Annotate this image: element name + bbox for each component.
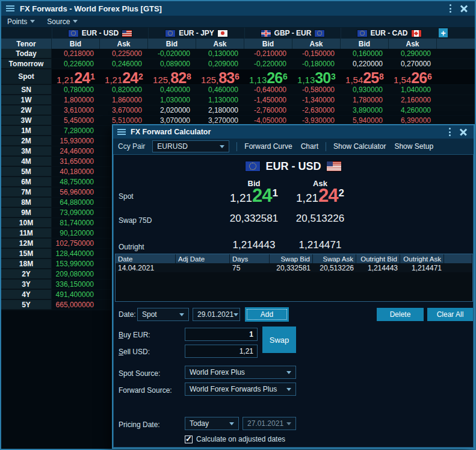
outright-ask-value: 1,214471 xyxy=(275,239,365,251)
window-title: FX Forwards - World Forex Plus [GTS] xyxy=(20,4,162,13)
spot-pips: 25 xyxy=(363,69,379,87)
pricing-tenor-value: Today xyxy=(190,419,209,428)
tenor-row-2w: 2W3,6100003,6700002,0200002,180000-2,760… xyxy=(1,105,475,116)
dialog-close-icon[interactable] xyxy=(460,128,467,136)
spot-frac: 3 xyxy=(331,72,336,81)
tenor-cell: 12M xyxy=(1,239,52,248)
spot-ask-prefix: 1,21 xyxy=(296,192,318,205)
price-cell: 73,090000 xyxy=(52,208,100,217)
tenor-row-tomorrow: Tomorrow0,2260000,2460000,0890000,209000… xyxy=(1,59,475,69)
flag-eu-icon xyxy=(246,161,260,171)
buy-amount-input[interactable] xyxy=(185,328,258,341)
dialog-menu-icon[interactable] xyxy=(117,129,126,135)
flag-gb-icon xyxy=(261,30,271,37)
bid-column-header: Bid xyxy=(148,39,196,49)
price-cell: 0,460000 xyxy=(196,85,244,95)
fx-forward-calculator-dialog: FX Forward Calculator Ccy Pair EURUSD Fo… xyxy=(112,124,475,449)
price-cell: 491,400000 xyxy=(52,290,100,299)
fx-forwards-window: FX Forwards - World Forex Plus [GTS] Poi… xyxy=(0,0,476,450)
date-picker[interactable]: 29.01.2021 xyxy=(193,308,240,321)
pairs-header: EUR - USDEUR - JPYGBP - EUREUR - CAD+ xyxy=(1,28,475,39)
date-tenor-value: Spot xyxy=(142,310,157,319)
toolbar-item-forward-curve[interactable]: Forward Curve xyxy=(244,142,292,151)
swap-row-label: Swap 75D xyxy=(119,216,152,225)
tenor-cell: 5Y xyxy=(1,300,52,310)
delete-button[interactable]: Delete xyxy=(377,308,424,321)
pricing-date-picker[interactable]: 27.01.2021 xyxy=(243,417,296,430)
menu-points[interactable]: Points xyxy=(7,17,35,26)
date-label: Date: xyxy=(119,310,136,319)
pair-label: EUR - USD xyxy=(82,29,119,37)
spot-pips: 83 xyxy=(218,69,234,87)
spot-price-cell: 1,54266 xyxy=(389,69,437,84)
date-tenor-select[interactable]: Spot xyxy=(137,308,189,321)
spot-source-select[interactable]: World Forex Plus xyxy=(185,366,296,379)
window-close-icon[interactable] xyxy=(460,5,468,12)
toolbar-item-show-calculator[interactable]: Show Calculator xyxy=(333,142,386,151)
price-cell: -2,760000 xyxy=(244,105,292,115)
menu-source[interactable]: Source xyxy=(47,17,78,26)
flag-ca-icon xyxy=(412,30,421,37)
bid-column-header: Bid xyxy=(52,39,100,49)
spot-frac: 2 xyxy=(138,72,143,81)
forward-source-value: World Forex Forwards Plus xyxy=(190,385,277,393)
chevron-down-icon xyxy=(30,20,35,25)
spot-price-cell: 1,13266 xyxy=(244,69,292,84)
tenor-cell: Today xyxy=(1,49,52,58)
chevron-down-icon xyxy=(229,422,234,428)
forward-dates-table: DateAdj DateDaysSwap BidSwap AskOutright… xyxy=(115,254,473,302)
add-pair-button[interactable]: + xyxy=(439,28,448,37)
price-cell: 1,800000 xyxy=(52,95,100,105)
spot-price-cell: 1,21242 xyxy=(100,69,148,84)
forward-source-label: Forward Source: xyxy=(119,386,172,395)
price-cell: 81,740000 xyxy=(52,218,100,228)
price-cell: 153,990000 xyxy=(52,259,100,269)
clear-all-button[interactable]: Clear All xyxy=(427,308,473,321)
calc-cell: 75 xyxy=(230,263,270,272)
price-cell: 1,040000 xyxy=(389,85,437,95)
spot-prefix: 1,21 xyxy=(105,75,122,85)
add-button[interactable]: Add xyxy=(245,307,289,322)
sell-amount-input[interactable] xyxy=(185,345,258,358)
calc-cell: 14.04.2021 xyxy=(116,263,176,272)
calc-col-header-adj-date: Adj Date xyxy=(176,254,230,263)
dialog-body: EUR - USD Bid Ask Spot 1,21241 1,21242 S… xyxy=(113,154,474,448)
price-cell: -0,150000 xyxy=(292,49,341,58)
dialog-title: FX Forward Calculator xyxy=(131,128,211,136)
tenor-cell: 11M xyxy=(1,228,52,238)
tenor-cell: 6M xyxy=(1,177,52,187)
toolbar-item-show-setup[interactable]: Show Setup xyxy=(394,142,433,151)
flag-us-icon xyxy=(327,161,341,171)
pair-header-gbp-eur: GBP - EUR xyxy=(244,28,341,39)
price-cell: 102,750000 xyxy=(52,239,100,248)
ask-column-header: Ask xyxy=(100,39,148,49)
price-cell: 7,280000 xyxy=(52,126,100,136)
price-cell: -0,220000 xyxy=(244,59,292,69)
spot-bid-pips: 24 xyxy=(252,185,271,207)
price-cell: 2,020000 xyxy=(148,105,196,115)
tenor-cell: 3M xyxy=(1,146,52,156)
window-menu-icon[interactable] xyxy=(6,5,14,11)
dialog-more-options-icon[interactable] xyxy=(449,128,451,136)
calc-col-header-outright-ask: Outright Ask xyxy=(400,254,444,263)
tenor-cell: SN xyxy=(1,85,52,95)
flag-jp-icon xyxy=(218,30,227,37)
tenor-cell: 7M xyxy=(1,187,52,197)
tenor-row-1w: 1W1,8000001,8600001,0300001,130000-1,450… xyxy=(1,95,475,105)
window-more-options-icon[interactable] xyxy=(450,4,452,13)
spot-price-cell: 1,13303 xyxy=(292,69,341,84)
flag-eu-icon xyxy=(315,30,324,37)
toolbar-item-chart[interactable]: Chart xyxy=(301,142,318,151)
spot-pips: 24 xyxy=(122,69,138,87)
adjusted-dates-checkbox[interactable]: ✓ xyxy=(185,436,193,443)
price-cell: 0,130000 xyxy=(196,49,244,58)
ccy-pair-select[interactable]: EURUSD xyxy=(152,140,229,152)
calc-col-header-swap-ask: Swap Ask xyxy=(313,254,356,263)
bid-column-header: Bid xyxy=(341,39,389,49)
forward-source-select[interactable]: World Forex Forwards Plus xyxy=(185,383,296,396)
swap-button[interactable]: Swap xyxy=(262,327,296,353)
pricing-tenor-select[interactable]: Today xyxy=(185,417,239,430)
date-picker-value: 29.01.2021 xyxy=(197,310,233,319)
price-cell: 4,260000 xyxy=(389,105,437,115)
spot-prefix: 125, xyxy=(153,75,170,85)
